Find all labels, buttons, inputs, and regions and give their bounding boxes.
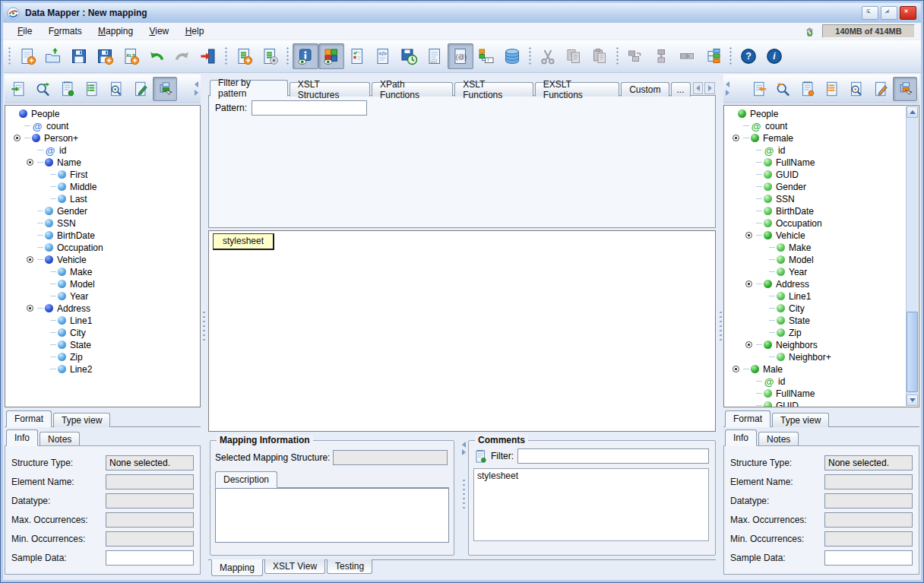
info-tab[interactable]: Info [725,429,757,446]
description-textarea[interactable] [215,488,449,543]
float-window-icon[interactable] [862,6,878,20]
tree-view-icon[interactable] [893,77,917,101]
menu-item[interactable]: File [11,24,39,38]
palette-tab[interactable]: Filter by pattern [210,80,288,97]
notes-icon[interactable] [796,77,820,101]
show-info-icon[interactable] [293,43,318,69]
tree-node[interactable]: Year [727,266,905,278]
edit-document-icon[interactable] [869,77,893,101]
pattern-input[interactable] [252,100,367,116]
right-splitter[interactable] [717,74,723,576]
info-field-value[interactable] [106,512,194,528]
center-bottom-splitter[interactable] [459,440,468,556]
tree-scrollbar[interactable] [906,106,918,406]
editor-tab[interactable]: XSLT View [264,559,325,574]
toolbar-overflow-arrows[interactable] [726,81,729,96]
tree-node[interactable]: City [8,327,200,339]
view-tab[interactable]: Type view [53,413,110,427]
exit-icon[interactable] [195,43,221,69]
comments-list-item[interactable]: stylesheet [474,469,708,483]
tree-node[interactable]: Gender [8,205,200,217]
tree-node[interactable]: People [727,108,905,120]
editor-tab[interactable]: Testing [327,559,372,574]
help-icon[interactable]: ? [736,43,761,69]
info-field-value[interactable] [824,512,913,528]
tree-node[interactable]: SSN [8,217,200,230]
tree-node[interactable]: Address [8,303,200,315]
tree-node[interactable]: count [727,120,905,132]
view-tab[interactable]: Type view [772,413,829,427]
preview-document-icon[interactable] [844,77,869,101]
tree-node[interactable]: BirthDate [727,205,905,217]
tree-node[interactable]: Middle [8,181,200,193]
expand-handle-icon[interactable] [14,135,21,141]
mapping-canvas[interactable]: stylesheet [208,230,716,432]
expand-handle-icon[interactable] [733,135,739,141]
tree-node[interactable]: Occupation [8,242,200,254]
expand-handle-icon[interactable] [27,305,33,312]
info-field-value[interactable]: None selected. [824,455,913,471]
xslt-document-icon[interactable]: (@) [448,43,473,69]
trash-gc-icon[interactable] [801,24,818,39]
tree-node[interactable]: Neighbor+ [727,351,905,363]
menu-item[interactable]: View [142,24,176,38]
tree-node[interactable]: Gender [727,181,905,193]
tree-node[interactable]: Make [8,266,200,278]
show-block-view-icon[interactable] [318,43,344,69]
open-icon[interactable] [40,43,66,69]
stylesheet-node[interactable]: stylesheet [213,233,274,250]
tree-node[interactable]: Address [727,278,905,290]
tree-node[interactable]: Vehicle [727,230,905,242]
tree-node[interactable]: Year [8,290,200,303]
palette-tab[interactable]: EXSLT Functions [535,82,619,97]
about-icon[interactable]: i [761,43,787,69]
tree-node[interactable]: Neighbors [727,339,905,351]
info-field-value[interactable]: None selected. [106,455,194,471]
edit-document-icon[interactable] [128,77,153,101]
tree-node[interactable]: Model [727,254,905,266]
info-field-value[interactable] [824,531,913,547]
scroll-down-icon[interactable] [907,394,918,406]
tree-node[interactable]: Last [8,193,200,205]
tree-node[interactable]: Model [8,278,200,290]
info-field-value[interactable] [106,493,194,509]
database-icon[interactable] [499,43,525,69]
tree-view-icon[interactable] [153,77,177,101]
preview-document-icon[interactable] [104,77,128,101]
add-structure-icon[interactable] [231,43,257,69]
tree-node[interactable]: Make [727,242,905,254]
undo-icon[interactable] [144,43,169,69]
editor-tab[interactable]: Mapping [211,559,263,576]
validate-icon[interactable] [344,43,370,69]
tree-node[interactable]: Male [727,363,905,375]
structure-list-icon[interactable] [820,77,844,101]
view-tab[interactable]: Format [725,410,771,427]
info-field-value[interactable] [824,474,913,490]
tree-node[interactable]: Female [727,132,905,144]
menu-item[interactable]: Help [179,24,211,38]
tree-node[interactable]: People [8,108,200,120]
tree-node[interactable]: Vehicle [8,254,200,266]
palette-tab[interactable]: XPath Functions [372,82,453,97]
view-code-icon[interactable]: </> [370,43,396,69]
import-document-icon[interactable] [747,77,771,101]
expand-handle-icon[interactable] [27,256,33,263]
tab-scroll-right-icon[interactable] [704,82,715,94]
scroll-up-icon[interactable] [907,106,918,118]
palette-tab[interactable]: XSLT Structures [290,82,370,97]
tree-node[interactable]: Name [8,157,200,169]
tree-node[interactable]: GUID [727,169,905,181]
close-button[interactable] [900,6,916,20]
tree-node[interactable]: count [8,120,200,132]
expand-handle-icon[interactable] [745,341,752,348]
new-mapping-icon[interactable] [14,43,40,69]
tree-node[interactable]: GUID [727,400,905,407]
xml-document-icon[interactable]: xml [422,43,448,69]
notes-icon[interactable] [55,77,80,101]
palette-tab[interactable]: Custom [621,82,669,97]
tree-node[interactable]: Occupation [727,217,905,230]
tree-node[interactable]: Line1 [727,290,905,303]
info-field-value[interactable] [106,531,194,547]
tree-node[interactable]: Zip [727,327,905,339]
info-field-value[interactable] [824,493,913,509]
